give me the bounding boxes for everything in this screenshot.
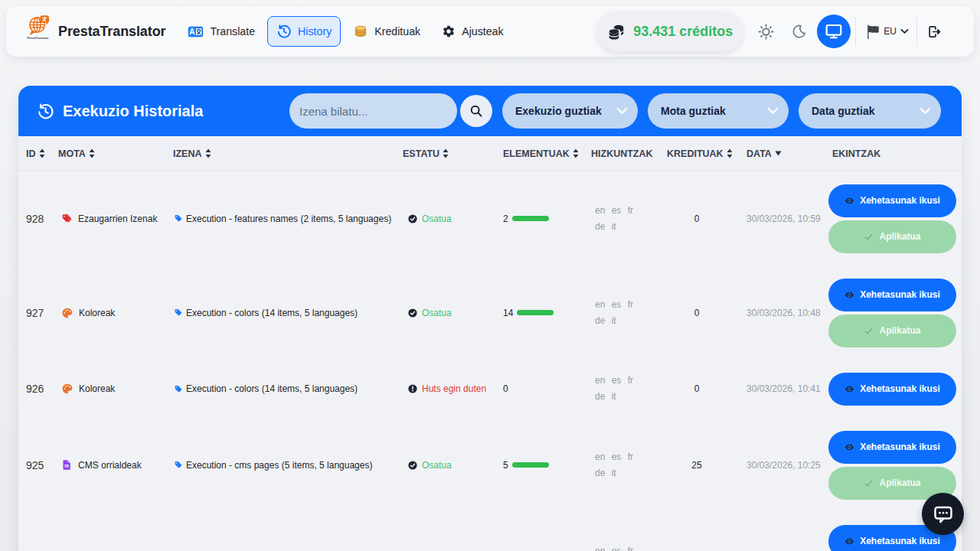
view-details-label: Xehetasunak ikusi [860, 289, 940, 300]
check-circle-icon [407, 460, 418, 471]
theme-light-button[interactable] [753, 15, 778, 48]
language-select[interactable]: EU [856, 15, 916, 48]
svg-text:PrestaTranslator: PrestaTranslator [28, 36, 49, 40]
chat-bubble-icon [932, 503, 955, 526]
execution-name: Execution - cms pages (5 items, 5 langua… [186, 460, 372, 471]
sort-icon [443, 148, 449, 158]
nav-item-label: History [298, 25, 332, 37]
column-label: EKINTZAK [832, 148, 880, 159]
actions-cell: Xehetasunak ikusi Aplikatua [828, 184, 956, 253]
nav-item-translate[interactable]: A Translate [178, 16, 264, 47]
palette-icon [61, 383, 74, 395]
history-icon [37, 103, 54, 120]
table-body: 928 Ezaugarrien Izenak Execution - featu… [18, 171, 962, 551]
view-details-button[interactable]: Xehetasunak ikusi [828, 279, 956, 311]
column-header-hizkuntzak: HIZKUNTZAK [591, 148, 667, 159]
type-cell: CMS orrialdeak [58, 459, 173, 471]
nav-item-kredituak[interactable]: Kredituak [344, 16, 430, 47]
theme-system-button[interactable] [817, 15, 851, 48]
panel-title: Exekuzio Historiala [63, 103, 203, 120]
view-details-button[interactable]: Xehetasunak ikusi [828, 431, 956, 464]
filter-date-label: Data guztiak [812, 105, 874, 117]
credits-cell: 0 [667, 308, 746, 318]
column-label: MOTA [58, 148, 86, 159]
history-panel: Exekuzio Historiala Exekuzio guztiak Mot… [18, 86, 962, 551]
column-label: KREDITUAK [667, 148, 724, 159]
sort-icon [39, 148, 45, 158]
date-cell: 30/03/2026, 10:41 [746, 383, 832, 394]
sort-icon [89, 148, 95, 158]
progress-bar [512, 216, 549, 221]
row-id: 928 [26, 213, 58, 225]
filter-date-dropdown[interactable]: Data guztiak [799, 93, 941, 129]
column-header-estatu[interactable]: ESTATU [403, 148, 503, 159]
theme-switch [753, 15, 855, 48]
nav-item-ajusteak[interactable]: Ajusteak [433, 16, 512, 47]
filter-execution-dropdown[interactable]: Exekuzio guztiak [502, 93, 638, 129]
tag-icon [173, 460, 183, 470]
execution-name: Execution - features names (2 items, 5 l… [186, 214, 391, 224]
main-nav: A Translate History Kredituak Ajusteak [178, 16, 512, 47]
applied-label: Aplikatua [879, 478, 920, 488]
column-header-izena[interactable]: IZENA [173, 148, 403, 159]
actions-cell: Xehetasunak ikusi Aplikatua [828, 279, 956, 347]
language-codes: en es fr [595, 297, 667, 313]
view-details-button[interactable]: Xehetasunak ikusi [828, 373, 956, 406]
exclamation-circle-icon [407, 383, 418, 394]
column-header-kredituak[interactable]: KREDITUAK [667, 148, 746, 159]
actions-cell: Xehetasunak ikusi [828, 373, 956, 406]
nav-item-label: Kredituak [374, 25, 420, 37]
eye-icon [844, 196, 854, 206]
execution-name: Execution - colors (14 items, 5 language… [186, 383, 358, 394]
sign-out-button[interactable] [917, 15, 952, 48]
status-label: Osatua [422, 460, 452, 471]
column-header-id[interactable]: ID [26, 148, 58, 159]
check-circle-icon [407, 308, 418, 318]
moon-icon [792, 24, 807, 39]
search-input[interactable] [289, 93, 457, 129]
filter-type-dropdown[interactable]: Mota guztiak [648, 93, 789, 129]
sort-icon [727, 148, 733, 158]
column-label: DATA [746, 148, 772, 159]
column-header-mota[interactable]: MOTA [58, 148, 173, 159]
credits-cell: 25 [667, 460, 746, 471]
applied-button[interactable]: Aplikatua [828, 220, 956, 253]
applied-button[interactable]: Aplikatua [828, 315, 956, 347]
view-details-button[interactable]: Xehetasunak ikusi [828, 184, 956, 217]
check-icon [864, 326, 874, 336]
svg-text:A: A [190, 28, 195, 36]
column-label: ESTATU [403, 148, 439, 159]
languages-cell: en es frde it [591, 203, 667, 235]
type-label: Ezaugarrien Izenak [78, 214, 157, 224]
date-cell: 30/03/2026, 10:59 [746, 214, 832, 224]
nav-item-label: Translate [210, 25, 255, 37]
table-row: en es frde it Xehetasunak ikusi [18, 512, 962, 551]
elements-cell: 5 [503, 460, 591, 471]
status-cell: Osatua [403, 308, 503, 318]
chevron-down-icon [920, 107, 931, 115]
date-cell: 30/03/2026, 10:25 [746, 460, 832, 471]
progress-bar [517, 310, 554, 315]
credits-badge[interactable]: 93.431 créditos [597, 11, 743, 51]
chat-widget-button[interactable] [922, 493, 964, 535]
language-codes: en es fr [595, 449, 667, 465]
search-button[interactable] [460, 95, 492, 127]
type-cell: Ezaugarrien Izenak [58, 213, 173, 224]
language-codes: de it [595, 219, 667, 235]
tag-icon [173, 214, 183, 223]
status-label: Osatua [422, 308, 452, 318]
column-header-elementuak[interactable]: ELEMENTUAK [503, 148, 591, 159]
nav-item-history[interactable]: History [267, 16, 341, 47]
nav-item-label: Ajusteak [462, 25, 503, 37]
sort-icon [205, 148, 211, 158]
brand: PrestaTranslator PrestaTranslator [27, 13, 165, 50]
language-codes: de it [595, 313, 667, 329]
theme-dark-button[interactable] [787, 15, 812, 48]
status-cell: Huts egin duten [403, 383, 503, 394]
elements-cell: 14 [503, 308, 591, 318]
language-codes: en es fr [595, 543, 667, 551]
view-details-label: Xehetasunak ikusi [860, 195, 940, 206]
column-header-data[interactable]: DATA [746, 148, 832, 159]
check-icon [864, 232, 874, 242]
credits-cell: 0 [667, 214, 746, 224]
